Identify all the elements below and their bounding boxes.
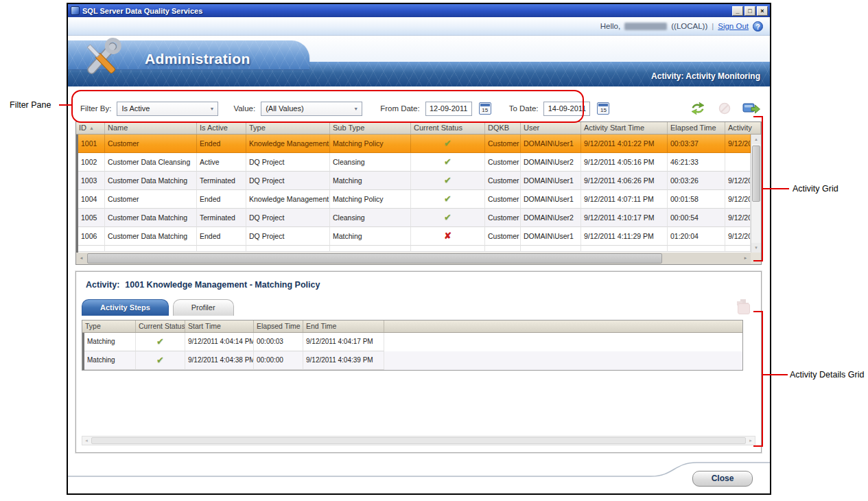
activity-row-1007[interactable]: 1007CustomerEndedKnowledge ManagementDom…: [78, 246, 751, 252]
column-header-start-time[interactable]: Start Time: [185, 321, 254, 332]
column-header-end-time[interactable]: End Time: [303, 321, 384, 332]
banner: Administration Activity: Activity Monito…: [68, 36, 770, 86]
check-icon: ✔: [156, 355, 164, 365]
cell-user: FAREAST\: [521, 246, 581, 252]
cell-name: Customer Data Cleansing: [105, 153, 197, 172]
filter-by-label: Filter By:: [80, 104, 111, 113]
activity-row-1006[interactable]: 1006Customer Data MatchingEndedDQ Projec…: [78, 227, 751, 246]
value-dropdown[interactable]: (All Values) ▼: [261, 102, 362, 116]
chevron-down-icon: ▼: [353, 106, 358, 111]
column-header-activity-start-time[interactable]: Activity Start Time: [581, 122, 668, 134]
column-header-is-active[interactable]: Is Active: [197, 122, 246, 134]
activity-row-1002[interactable]: 1002Customer Data CleansingActiveDQ Proj…: [78, 153, 751, 172]
cell-is_active: Ended: [197, 246, 246, 252]
column-header-dqkb[interactable]: DQKB: [485, 122, 521, 134]
cell-end_time: 9/12/20: [725, 172, 751, 190]
horizontal-scrollbar[interactable]: ◄ ►: [76, 253, 751, 264]
column-header-elapsed-time[interactable]: Elapsed Time: [254, 321, 303, 332]
cell-user: DOMAIN\User1: [521, 172, 581, 190]
user-name-redacted: [624, 23, 667, 30]
restore-button[interactable]: □: [744, 6, 755, 16]
column-header-activity[interactable]: Activity: [725, 122, 761, 134]
cell-status: ✔: [136, 333, 185, 351]
calendar-icon[interactable]: 15: [479, 102, 491, 115]
cell-id: 1006: [78, 227, 105, 246]
refresh-icon[interactable]: [689, 101, 707, 116]
cell-name: Customer: [105, 135, 197, 153]
column-header-id[interactable]: ID▲: [76, 122, 105, 134]
filter-by-dropdown[interactable]: Is Active ▼: [117, 102, 218, 116]
to-date-input[interactable]: 14-09-2011: [543, 102, 590, 116]
column-header-current-status[interactable]: Current Status: [411, 122, 485, 134]
sign-out-link[interactable]: Sign Out: [718, 22, 749, 30]
cell-status: ✔: [411, 190, 485, 209]
scroll-up-icon[interactable]: ▲: [751, 135, 761, 144]
cell-name: Customer Data Matching: [105, 209, 197, 227]
cell-start_time: 9/12/2011 4:05:16 PM: [581, 153, 668, 172]
cell-is_active: Ended: [197, 190, 246, 209]
activity-row-1001[interactable]: 1001CustomerEndedKnowledge ManagementMat…: [78, 135, 751, 153]
cell-end_time: 9/12/20: [725, 135, 751, 153]
details-row[interactable]: Matching✔9/12/2011 4:04:14 PM00:00:039/1…: [84, 333, 742, 351]
cell-start_time: 9/12/2011 4:10:17 PM: [581, 209, 668, 227]
tab-activity-steps[interactable]: Activity Steps: [82, 299, 169, 316]
vertical-scrollbar[interactable]: ▲ ▼: [751, 135, 761, 253]
cell-start_time: 9/12/2011 4:06:26 PM: [581, 172, 668, 190]
cell-name: Customer: [105, 190, 197, 209]
help-icon[interactable]: ?: [753, 21, 763, 32]
scroll-left-icon[interactable]: ◄: [82, 436, 91, 445]
cell-end_time: 9/12/20: [725, 190, 751, 209]
activity-row-1003[interactable]: 1003Customer Data MatchingTerminatedDQ P…: [78, 172, 751, 190]
scrollbar-thumb[interactable]: [87, 253, 662, 264]
calendar-top: [480, 104, 490, 106]
column-header-elapsed-time[interactable]: Elapsed Time: [668, 122, 725, 134]
cell-end_time: 9/12/2: [725, 246, 751, 252]
column-header-type[interactable]: Type: [246, 122, 330, 134]
cell-status: ✔: [411, 172, 485, 190]
cell-user: DOMAIN\User1: [521, 227, 581, 246]
column-header-current-status[interactable]: Current Status: [136, 321, 185, 332]
details-grid-body: Matching✔9/12/2011 4:04:14 PM00:00:039/1…: [82, 333, 742, 370]
scrollbar-thumb[interactable]: [752, 145, 760, 202]
activity-row-1005[interactable]: 1005Customer Data MatchingTerminatedDQ P…: [78, 209, 751, 227]
check-icon: ✔: [444, 175, 451, 185]
cell-sub_type: Matching Policy: [330, 190, 411, 209]
cell-is_active: Active: [197, 153, 246, 172]
cell-sub_type: Cleansing: [330, 209, 411, 227]
scroll-right-icon[interactable]: ►: [740, 253, 751, 264]
chevron-down-icon: ▼: [209, 106, 214, 111]
annotation-connector: [59, 104, 72, 106]
tab-profiler[interactable]: Profiler: [173, 299, 234, 316]
cell-dqkb: Customer: [485, 153, 521, 172]
calendar-icon[interactable]: 15: [597, 102, 609, 115]
details-grid-header: TypeCurrent StatusStart TimeElapsed Time…: [82, 321, 742, 333]
column-header-type[interactable]: Type: [82, 321, 136, 332]
calendar-day: 15: [480, 107, 491, 113]
column-header-sub-type[interactable]: Sub Type: [330, 122, 411, 134]
details-title-value: 1001 Knowledge Management - Matching Pol…: [125, 280, 320, 290]
details-row[interactable]: Matching✔9/12/2011 4:04:38 PM00:00:009/1…: [84, 351, 742, 370]
scrollbar-thumb[interactable]: [91, 437, 746, 444]
activity-row-1004[interactable]: 1004CustomerEndedKnowledge ManagementMat…: [78, 190, 751, 209]
from-date-input[interactable]: 12-09-2011: [425, 102, 472, 116]
export-icon[interactable]: [742, 101, 760, 116]
scroll-left-icon[interactable]: ◄: [76, 253, 86, 264]
minimize-button[interactable]: _: [732, 6, 743, 16]
cell-sub_type: Matching: [330, 172, 411, 190]
scroll-right-icon[interactable]: ►: [747, 436, 755, 445]
terminate-icon: [716, 101, 734, 116]
scrollbar-corner: [751, 253, 761, 264]
close-window-button[interactable]: ×: [757, 6, 768, 16]
grid-toolbar: [689, 101, 760, 116]
scroll-down-icon[interactable]: ▼: [751, 243, 761, 253]
cell-end_time: 9/12/2011 4:04:17 PM: [303, 333, 384, 351]
details-horizontal-scrollbar[interactable]: ◄ ►: [82, 436, 755, 445]
close-button[interactable]: Close: [692, 471, 753, 487]
cell-name: Customer Data Matching: [105, 172, 197, 190]
column-header-name[interactable]: Name: [105, 122, 197, 134]
column-header-user[interactable]: User: [521, 122, 581, 134]
cell-dqkb: Customer: [485, 209, 521, 227]
to-date-label: To Date:: [509, 104, 539, 113]
value-value: (All Values): [266, 104, 303, 113]
cell-dqkb: Customer: [485, 135, 521, 153]
